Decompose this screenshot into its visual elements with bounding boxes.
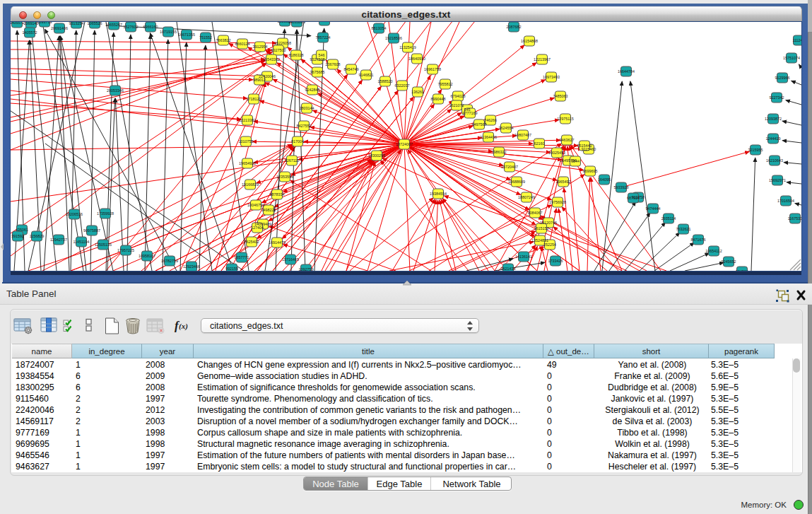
svg-text:16782759: 16782759 (161, 259, 178, 263)
svg-text:7625402: 7625402 (245, 240, 259, 244)
svg-text:16154808: 16154808 (521, 39, 538, 43)
svg-text:17359928: 17359928 (97, 211, 114, 216)
svg-text:1167533: 1167533 (788, 216, 801, 221)
svg-text:435061: 435061 (16, 228, 28, 232)
svg-text:9227342: 9227342 (770, 95, 784, 100)
svg-text:1092759: 1092759 (299, 267, 314, 271)
svg-text:62160: 62160 (534, 141, 545, 146)
svg-text:1156829: 1156829 (30, 234, 45, 238)
svg-text:9327508: 9327508 (310, 57, 325, 62)
svg-text:11451194: 11451194 (73, 240, 89, 244)
svg-text:3624554: 3624554 (499, 126, 514, 130)
svg-text:817004: 817004 (291, 139, 304, 144)
svg-text:9777169: 9777169 (463, 111, 478, 115)
svg-text:19654925: 19654925 (239, 161, 256, 165)
svg-text:17957225: 17957225 (117, 248, 134, 252)
svg-text:1588520: 1588520 (378, 79, 393, 83)
svg-text:10958107: 10958107 (139, 254, 155, 258)
svg-text:7663822: 7663822 (216, 38, 231, 42)
svg-text:1065526: 1065526 (88, 22, 102, 25)
svg-text:9327500: 9327500 (271, 48, 286, 52)
svg-text:6497568: 6497568 (472, 122, 487, 127)
svg-text:12942737: 12942737 (50, 238, 67, 242)
svg-text:1093719: 1093719 (37, 22, 52, 24)
svg-text:20053346: 20053346 (107, 88, 124, 93)
svg-text:12093872: 12093872 (765, 117, 782, 121)
svg-text:10025453: 10025453 (548, 151, 565, 155)
svg-text:12505135: 12505135 (95, 243, 112, 247)
svg-text:18724007: 18724007 (396, 142, 413, 146)
svg-text:127404: 127404 (251, 226, 264, 230)
svg-text:8813054: 8813054 (372, 26, 387, 30)
svg-text:9657771: 9657771 (235, 255, 249, 259)
svg-text:111243: 111243 (792, 38, 801, 42)
svg-text:21364436: 21364436 (480, 135, 497, 139)
svg-text:18300295: 18300295 (368, 153, 385, 158)
svg-text:12353594: 12353594 (276, 175, 293, 179)
svg-text:9515440: 9515440 (577, 144, 592, 148)
svg-text:7632621: 7632621 (676, 227, 691, 231)
svg-text:8471676: 8471676 (691, 238, 706, 242)
svg-text:1965492: 1965492 (556, 180, 571, 184)
svg-text:9621435: 9621435 (501, 267, 516, 271)
svg-text:12213967: 12213967 (534, 57, 551, 62)
svg-text:1010755: 1010755 (239, 139, 254, 144)
svg-text:15716465: 15716465 (282, 257, 299, 262)
svg-text:16914479: 16914479 (269, 240, 286, 245)
svg-text:989012: 989012 (253, 78, 266, 82)
svg-text:3215955: 3215955 (748, 148, 763, 152)
svg-text:1244419: 1244419 (766, 136, 781, 141)
svg-text:2087682: 2087682 (507, 25, 522, 29)
svg-text:15692971: 15692971 (769, 178, 786, 182)
svg-text:16210643: 16210643 (766, 158, 783, 163)
svg-text:136261: 136261 (411, 90, 424, 94)
svg-text:12923466: 12923466 (183, 264, 200, 269)
svg-text:20206516: 20206516 (66, 212, 83, 216)
svg-text:20691406: 20691406 (51, 26, 68, 30)
svg-text:8454749: 8454749 (344, 67, 359, 71)
svg-text:10655267: 10655267 (105, 23, 122, 27)
svg-text:9242845: 9242845 (305, 88, 320, 92)
svg-text:687914: 687914 (627, 196, 640, 200)
svg-text:391592: 391592 (11, 234, 24, 238)
svg-text:90975887: 90975887 (83, 228, 100, 233)
svg-text:9146821: 9146821 (359, 73, 374, 77)
svg-text:8878334: 8878334 (270, 192, 285, 197)
svg-text:8990448: 8990448 (431, 97, 446, 101)
svg-text:9245652: 9245652 (722, 259, 736, 264)
svg-text:9129966: 9129966 (775, 76, 790, 80)
svg-text:7986322: 7986322 (492, 150, 507, 154)
svg-text:8427552: 8427552 (297, 124, 312, 128)
svg-text:10654112: 10654112 (705, 249, 722, 253)
svg-text:9844: 9844 (571, 159, 579, 163)
svg-text:1405572: 1405572 (11, 22, 25, 25)
svg-text:924501: 924501 (736, 269, 748, 271)
svg-text:(x): (x) (179, 322, 188, 331)
svg-text:18640910: 18640910 (408, 57, 425, 61)
svg-text:9463627: 9463627 (560, 138, 575, 142)
svg-text:5933928: 5933928 (614, 185, 629, 189)
svg-text:8186328: 8186328 (289, 53, 304, 57)
svg-text:6322037: 6322037 (395, 83, 410, 88)
svg-text:12213382: 12213382 (239, 118, 256, 122)
svg-text:19756928: 19756928 (549, 200, 566, 204)
svg-text:2367608: 2367608 (326, 62, 341, 66)
svg-text:1733426: 1733426 (548, 259, 563, 263)
svg-text:8132054: 8132054 (317, 22, 332, 23)
svg-text:11325419: 11325419 (399, 45, 416, 49)
svg-text:19384554: 19384554 (430, 192, 447, 196)
svg-text:9084067: 9084067 (528, 211, 543, 215)
svg-text:18807249: 18807249 (518, 195, 535, 199)
svg-text:7857224: 7857224 (316, 35, 331, 40)
svg-text:8267110: 8267110 (285, 158, 300, 163)
svg-text:751552: 751552 (199, 35, 212, 40)
svg-text:15720407: 15720407 (501, 165, 518, 169)
svg-text:2935114: 2935114 (661, 216, 676, 221)
svg-text:992159: 992159 (225, 267, 238, 271)
svg-text:2718120: 2718120 (247, 97, 261, 101)
svg-text:10688609: 10688609 (508, 180, 525, 184)
svg-text:1527602: 1527602 (124, 25, 139, 29)
svg-text:6794028: 6794028 (451, 94, 466, 98)
svg-text:1615152: 1615152 (534, 226, 549, 230)
svg-text:15226058: 15226058 (274, 41, 291, 45)
